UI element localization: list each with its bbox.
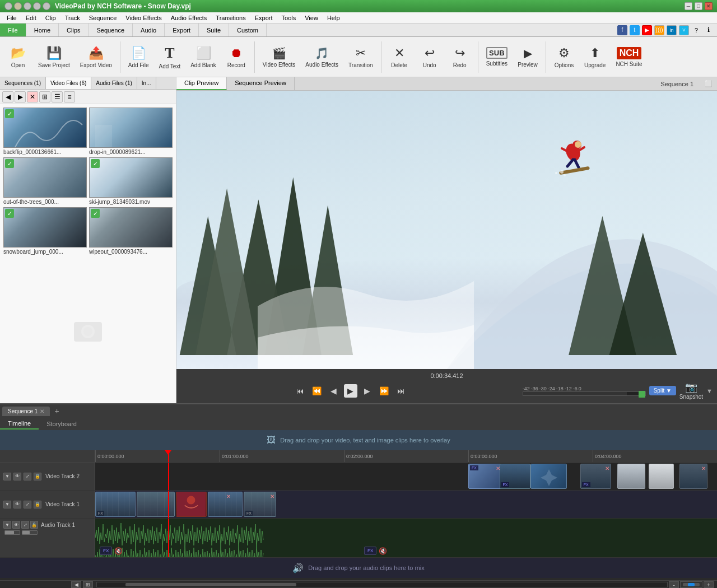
tab-sequence-preview[interactable]: Sequence Preview xyxy=(227,77,295,90)
window-controls[interactable]: ─ □ ✕ xyxy=(685,2,713,10)
media-item[interactable]: ✓ backflip_0000136661... xyxy=(3,108,87,155)
skip-to-end-button[interactable]: ⏭ xyxy=(394,384,408,398)
track-lock-button[interactable]: 🔒 xyxy=(30,521,38,529)
storyboard-tab[interactable]: Storyboard xyxy=(39,419,85,429)
track-lock-button[interactable]: 🔒 xyxy=(34,473,41,480)
audio-effects-button[interactable]: 🎵 Audio Effects xyxy=(301,40,343,74)
tab-sequences[interactable]: Sequences (1) xyxy=(0,77,46,89)
media-item[interactable]: ✓ snowboard_jump_000... xyxy=(3,207,87,255)
menu-help[interactable]: Help xyxy=(323,13,344,22)
details-view-button[interactable]: ≡ xyxy=(64,91,75,102)
add-blank-button[interactable]: ⬜ Add Blank xyxy=(186,40,221,74)
tab-sequence[interactable]: Sequence xyxy=(89,24,133,36)
menu-sequence[interactable]: Sequence xyxy=(85,13,122,22)
audio-track-1-content[interactable]: FX 🔇 FX 🔇 xyxy=(95,519,717,557)
minimize-button[interactable]: ─ xyxy=(685,2,692,10)
menu-edit[interactable]: Edit xyxy=(21,13,41,22)
nav-back-button[interactable]: ◀ xyxy=(2,91,13,102)
tab-export[interactable]: Export xyxy=(165,24,199,36)
options-button[interactable]: ⚙ Options xyxy=(550,40,579,74)
clip-delete-btn[interactable]: ✕ xyxy=(605,465,609,472)
add-text-button[interactable]: T Add Text xyxy=(154,40,185,74)
track-arrow-button[interactable]: ▼ xyxy=(3,473,11,480)
menu-tools[interactable]: Tools xyxy=(277,13,301,22)
add-sequence-button[interactable]: + xyxy=(51,407,62,416)
tab-file[interactable]: File xyxy=(0,24,26,36)
maximize-button[interactable]: □ xyxy=(695,2,702,10)
save-project-button[interactable]: 💾 Save Project xyxy=(34,40,75,74)
delete-button[interactable]: ✕ Delete xyxy=(385,40,414,74)
tab-in[interactable]: In... xyxy=(137,77,156,89)
export-video-button[interactable]: 📤 Export Video xyxy=(76,40,117,74)
timeline-scrollbar[interactable] xyxy=(96,582,668,587)
progress-bar-container[interactable]: -42-36-30-24-18-12-60 xyxy=(523,386,646,396)
tab-home[interactable]: Home xyxy=(26,24,59,36)
close-button[interactable]: ✕ xyxy=(705,2,713,10)
media-item[interactable]: drop-in_0000089621... xyxy=(89,108,173,155)
undo-button[interactable]: ↩ Undo xyxy=(415,40,444,74)
track-move-button[interactable]: ⤢ xyxy=(21,521,29,529)
audio-fx-badge-2[interactable]: FX xyxy=(364,547,376,555)
facebook-icon[interactable]: f xyxy=(617,25,627,35)
snapshot-button[interactable]: 📷 Snapshot xyxy=(679,381,703,400)
play-button[interactable]: ▶ xyxy=(344,384,357,398)
zoom-minus-button[interactable]: - xyxy=(669,581,679,588)
clip-delete-btn[interactable]: ✕ xyxy=(226,493,231,500)
open-button[interactable]: 📂 Open xyxy=(3,40,32,74)
video-effects-button[interactable]: 🎬 Video Effects xyxy=(258,40,300,74)
nav-forward-button[interactable]: ▶ xyxy=(15,91,26,102)
step-back-button[interactable]: ⏪ xyxy=(310,384,324,398)
track-eye-button[interactable]: 👁 xyxy=(13,473,21,480)
youtube-icon[interactable]: ▶ xyxy=(642,25,652,35)
menu-track[interactable]: Track xyxy=(60,13,85,22)
zoom-plus-button[interactable]: + xyxy=(704,581,714,588)
zoom-fit-button[interactable]: ⊞ xyxy=(83,581,93,588)
media-item[interactable]: ✓ ski-jump_81349031.mov xyxy=(89,157,173,205)
close-sequence-icon[interactable]: ✕ xyxy=(40,408,44,414)
tab-audio-files[interactable]: Audio Files (1) xyxy=(91,77,137,89)
zoom-out-button[interactable]: ◀ xyxy=(71,581,81,588)
track-move-button[interactable]: ⤢ xyxy=(24,501,31,508)
track-arrow-button[interactable]: ▼ xyxy=(3,521,11,529)
add-file-button[interactable]: 📄 Add File xyxy=(124,40,153,74)
sequence-1-tab[interactable]: Sequence 1 ✕ xyxy=(2,407,50,416)
transition-button[interactable]: ✂ Transition xyxy=(344,40,378,74)
track-eye-button[interactable]: 👁 xyxy=(13,501,21,508)
frame-forward-button[interactable]: ▶ xyxy=(361,384,374,398)
expand-preview-button[interactable]: ⬜ xyxy=(705,80,713,87)
audio-mute-btn-2[interactable]: 🔇 xyxy=(379,547,387,555)
video-track-1-content[interactable]: FX xyxy=(95,491,717,518)
track-move-button[interactable]: ⤢ xyxy=(24,473,31,480)
audio-fx-badge[interactable]: FX xyxy=(100,547,112,555)
split-button[interactable]: Split ▼ xyxy=(649,386,676,395)
frame-back-button[interactable]: ◀ xyxy=(327,384,341,398)
clip-delete-btn[interactable]: ✕ xyxy=(270,493,274,500)
audio-vol-slider[interactable] xyxy=(4,530,20,535)
record-button[interactable]: ⏺ Record xyxy=(222,40,251,74)
timeline-tab[interactable]: Timeline xyxy=(0,418,39,430)
video-track-2-content[interactable]: FX ✕ FX xyxy=(95,463,717,490)
audio-mute-btn[interactable]: 🔇 xyxy=(114,547,123,555)
menu-clip[interactable]: Clip xyxy=(41,13,60,22)
upgrade-button[interactable]: ⬆ Upgrade xyxy=(580,40,610,74)
step-forward-button[interactable]: ⏩ xyxy=(378,384,391,398)
track-eye-button[interactable]: 👁 xyxy=(12,521,20,529)
menu-file[interactable]: File xyxy=(2,13,21,22)
menu-audio-effects[interactable]: Audio Effects xyxy=(166,13,212,22)
media-item[interactable]: ✓ out-of-the-trees_000... xyxy=(3,157,87,205)
info-icon[interactable]: ℹ xyxy=(704,25,714,35)
tab-custom[interactable]: Custom xyxy=(229,24,267,36)
subtitles-button[interactable]: SUB Subtitles xyxy=(482,40,512,74)
clip-delete-btn[interactable]: ✕ xyxy=(701,465,706,472)
menu-video-effects[interactable]: Video Effects xyxy=(121,13,166,22)
skip-to-start-button[interactable]: ⏮ xyxy=(294,384,307,398)
linkedin-icon[interactable]: in xyxy=(667,25,677,35)
twitter-icon[interactable]: t xyxy=(630,25,640,35)
tab-suite[interactable]: Suite xyxy=(199,24,229,36)
menu-view[interactable]: View xyxy=(300,13,323,22)
help-icon[interactable]: ? xyxy=(691,25,701,35)
audio-pan-slider[interactable] xyxy=(22,530,38,535)
remove-item-button[interactable]: ✕ xyxy=(27,91,38,102)
thumbnail-view-button[interactable]: ⊞ xyxy=(39,91,50,102)
list-view-button[interactable]: ☰ xyxy=(52,91,63,102)
